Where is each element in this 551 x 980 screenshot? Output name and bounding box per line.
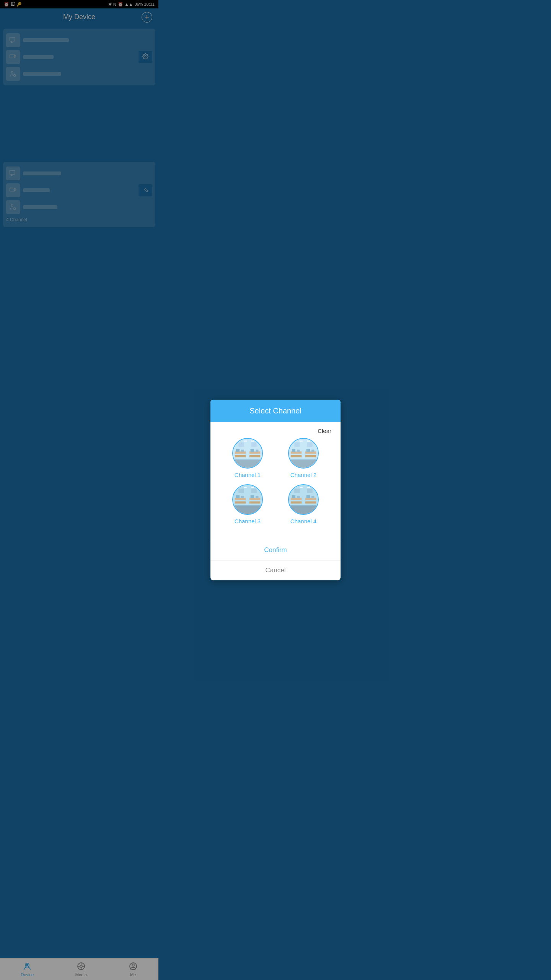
modal-overlay: Select Channel Clear <box>0 0 158 282</box>
